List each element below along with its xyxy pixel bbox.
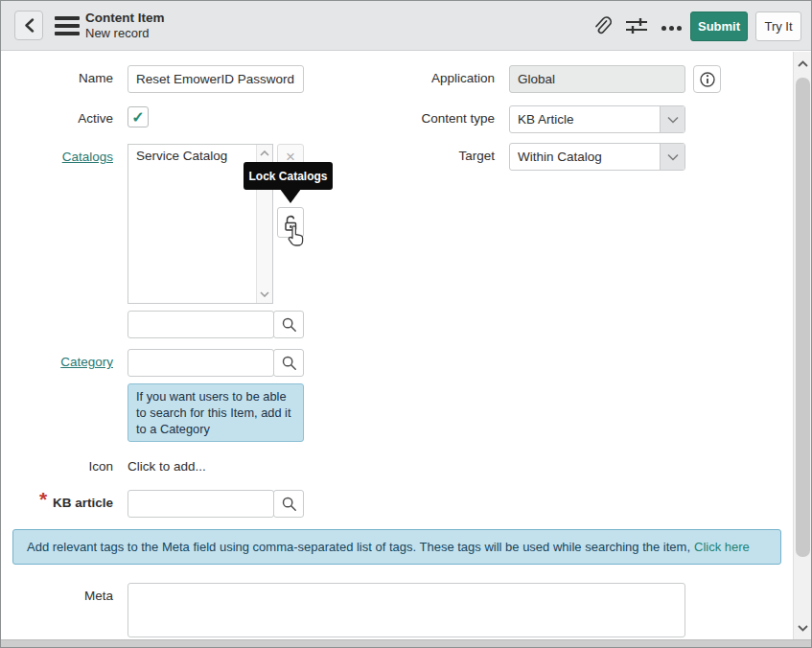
meta-textarea[interactable]	[128, 583, 685, 637]
name-label: Name	[9, 71, 113, 85]
meta-info-banner: Add relevant tags to the Meta field usin…	[12, 529, 781, 565]
personalize-form-button[interactable]	[622, 12, 651, 40]
cursor-hand-icon	[285, 224, 306, 249]
back-button[interactable]	[14, 11, 43, 40]
application-info-button[interactable]	[693, 65, 721, 93]
category-input[interactable]	[128, 349, 274, 377]
paperclip-icon	[592, 15, 613, 37]
sliders-icon	[625, 15, 648, 36]
content-type-value: KB Article	[510, 112, 660, 127]
catalog-search-input[interactable]	[128, 311, 274, 338]
scroll-down-icon[interactable]	[257, 287, 272, 302]
search-icon	[281, 316, 297, 333]
application-input	[509, 65, 685, 93]
catalog-search-button[interactable]	[273, 311, 304, 338]
scroll-up-icon[interactable]	[257, 146, 272, 161]
icon-click-to-add[interactable]: Click to add...	[128, 459, 206, 474]
name-input[interactable]	[128, 65, 304, 93]
tooltip: Lock Catalogs	[244, 162, 333, 190]
tooltip-arrow	[280, 189, 301, 203]
meta-label: Meta	[9, 589, 113, 603]
active-label: Active	[9, 111, 113, 126]
scrollbar-down-icon[interactable]	[794, 616, 812, 639]
context-menu-icon[interactable]	[55, 16, 80, 35]
kb-article-search-button[interactable]	[273, 490, 304, 518]
form-header: Content Item New record Submit Try It	[1, 1, 811, 51]
attachment-button[interactable]	[588, 12, 616, 40]
kb-article-label: KB article	[9, 496, 113, 510]
banner-text: Add relevant tags to the Meta field usin…	[27, 540, 690, 554]
application-label: Application	[381, 71, 495, 85]
checkmark-icon: ✓	[131, 108, 144, 127]
page-subtitle: New record	[85, 26, 149, 41]
catalogs-label-link[interactable]: Catalogs	[9, 150, 113, 164]
content-item-form-window: Content Item New record Submit Try It Na…	[0, 0, 812, 648]
active-checkbox[interactable]: ✓	[128, 106, 149, 127]
content-type-label: Content type	[381, 111, 495, 126]
page-title: Content Item	[85, 11, 165, 26]
category-label-link[interactable]: Category	[9, 355, 113, 369]
search-icon	[281, 496, 297, 512]
more-icon	[660, 17, 683, 35]
search-icon	[281, 355, 297, 371]
kb-article-input[interactable]	[128, 490, 274, 518]
chevron-left-icon	[24, 18, 35, 33]
info-icon	[699, 71, 716, 88]
target-label: Target	[381, 149, 495, 163]
category-search-button[interactable]	[273, 349, 304, 377]
submit-button[interactable]: Submit	[690, 12, 748, 41]
horizontal-scrollbar[interactable]	[1, 639, 811, 648]
category-hint: If you want users to be able to search f…	[128, 383, 304, 442]
more-options-button[interactable]	[657, 12, 685, 40]
target-select[interactable]: Within Catalog	[509, 143, 685, 171]
scrollbar-thumb[interactable]	[796, 78, 810, 557]
banner-click-here-link[interactable]: Click here	[694, 540, 750, 554]
vertical-scrollbar[interactable]	[793, 52, 812, 639]
content-type-select[interactable]: KB Article	[509, 105, 685, 133]
icon-label: Icon	[9, 459, 113, 474]
target-value: Within Catalog	[510, 150, 660, 164]
try-it-button[interactable]: Try It	[755, 12, 801, 41]
chevron-down-icon	[660, 106, 684, 132]
scrollbar-up-icon[interactable]	[794, 52, 812, 75]
chevron-down-icon	[660, 144, 684, 170]
